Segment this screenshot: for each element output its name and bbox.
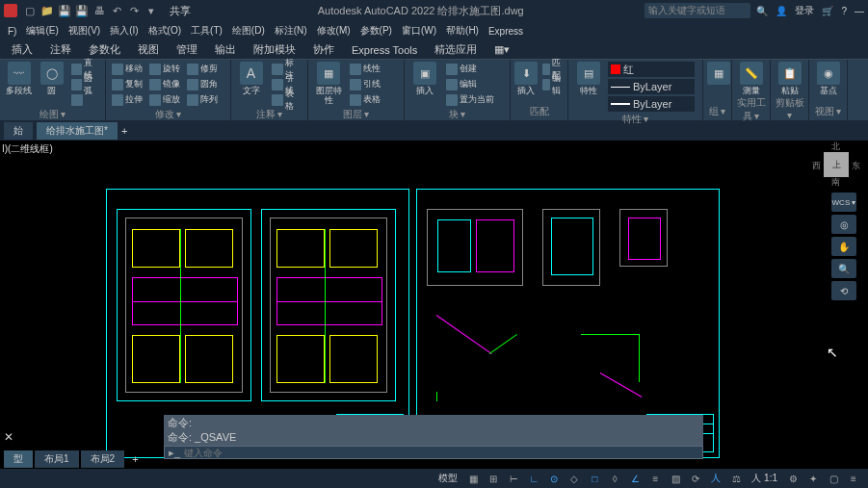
layout-1[interactable]: 布局1 xyxy=(35,450,79,468)
status-anno-icon[interactable]: 人 xyxy=(707,471,724,486)
layout-add-icon[interactable]: + xyxy=(126,451,144,467)
status-ortho-icon[interactable]: ∟ xyxy=(525,471,542,486)
color-select[interactable]: 红 xyxy=(608,62,695,77)
tab-insert[interactable]: 插入 xyxy=(4,40,40,59)
status-max-icon[interactable]: ▢ xyxy=(825,471,842,486)
layer-leader[interactable]: 引线 xyxy=(348,77,382,91)
linetype-select[interactable]: ByLayer xyxy=(608,79,695,94)
block-edit[interactable]: 编辑 xyxy=(444,77,496,91)
share-button[interactable]: 共享 xyxy=(164,4,197,18)
tab-annotate[interactable]: 注释 xyxy=(42,40,79,59)
menu-dim[interactable]: 标注(N) xyxy=(271,24,311,38)
status-model[interactable]: 模型 xyxy=(434,472,461,485)
menu-format[interactable]: 格式(O) xyxy=(145,24,185,38)
table-button[interactable]: 表格 xyxy=(270,92,303,107)
scale-button[interactable]: 缩放 xyxy=(147,92,182,107)
layer-linear[interactable]: 线性 xyxy=(348,62,382,76)
panel-match-label[interactable]: 匹配 xyxy=(514,104,564,118)
prop-edit2[interactable]: 编辑 xyxy=(540,77,566,91)
status-gear-icon[interactable]: ⚙ xyxy=(784,471,802,486)
circle-button[interactable]: ◯圆 xyxy=(37,62,66,95)
rotate-button[interactable]: 旋转 xyxy=(147,62,182,76)
filetab-drawing[interactable]: 给排水施工图* xyxy=(37,122,118,140)
qat-saveas-icon[interactable]: 💾 xyxy=(75,4,89,17)
menu-edit[interactable]: 编辑(E) xyxy=(22,24,62,38)
menu-insert[interactable]: 插入(I) xyxy=(106,24,142,38)
wcs-button[interactable]: WCS ▾ xyxy=(831,193,856,212)
panel-layers-label[interactable]: 图层 ▾ xyxy=(312,107,400,121)
trim-button[interactable]: 修剪 xyxy=(185,62,220,76)
panel-draw-label[interactable]: 绘图 ▾ xyxy=(4,107,101,121)
qat-undo-icon[interactable]: ↶ xyxy=(110,4,123,17)
search-icon[interactable]: 🔍 xyxy=(756,6,768,16)
qat-dropdown-icon[interactable]: ▾ xyxy=(145,4,158,17)
layout-model[interactable]: 型 xyxy=(4,450,33,468)
status-3dosnap-icon[interactable]: ◊ xyxy=(606,471,623,486)
status-grid-icon[interactable]: ▦ xyxy=(464,471,482,486)
status-cycle-icon[interactable]: ⟳ xyxy=(687,471,704,486)
fillet-button[interactable]: 圆角 xyxy=(185,77,220,91)
tab-collab[interactable]: 协作 xyxy=(305,40,342,59)
insert-button[interactable]: ⬇插入 xyxy=(514,62,538,95)
array-button[interactable]: 阵列 xyxy=(185,92,220,107)
stretch-button[interactable]: 拉伸 xyxy=(110,92,145,107)
menu-express[interactable]: Express xyxy=(485,26,527,37)
filetab-add-icon[interactable]: + xyxy=(121,125,127,137)
cart-icon[interactable]: 🛒 xyxy=(822,6,833,16)
tab-manage[interactable]: 管理 xyxy=(169,40,205,59)
arc-button[interactable]: 圆弧 xyxy=(69,77,101,91)
blockinsert-button[interactable]: ▣插入 xyxy=(408,62,441,95)
qat-plot-icon[interactable]: 🖶 xyxy=(92,4,106,17)
layerprop-button[interactable]: ▦图层特性 xyxy=(312,62,345,105)
block-create[interactable]: 创建 xyxy=(444,62,496,76)
qat-new-icon[interactable]: ▢ xyxy=(23,4,37,17)
help-icon[interactable]: ? xyxy=(841,6,847,16)
lineweight-select[interactable]: ByLayer xyxy=(608,96,695,112)
tab-featured[interactable]: 精选应用 xyxy=(427,40,485,59)
status-lwt-icon[interactable]: ≡ xyxy=(646,471,664,486)
measure-button[interactable]: 📏测量 xyxy=(736,62,766,95)
filetab-start[interactable]: 始 xyxy=(4,122,33,140)
block-current[interactable]: 置为当前 xyxy=(444,92,496,107)
status-iso-icon[interactable]: ◇ xyxy=(566,471,583,486)
qat-open-icon[interactable]: 📁 xyxy=(40,4,54,17)
panel-group-label[interactable]: 组 ▾ xyxy=(707,104,727,118)
panel-view-label[interactable]: 视图 ▾ xyxy=(813,104,843,118)
layout-2[interactable]: 布局2 xyxy=(81,450,125,468)
menu-tools[interactable]: 工具(T) xyxy=(187,24,226,38)
properties-button[interactable]: ▤特性 xyxy=(572,62,605,95)
tab-more-icon[interactable]: ▦▾ xyxy=(487,41,517,58)
tab-output[interactable]: 输出 xyxy=(207,40,244,59)
mirror-button[interactable]: 镜像 xyxy=(147,77,182,91)
view-cube[interactable]: 北 南 西 东 上 xyxy=(816,144,856,185)
status-trans-icon[interactable]: ▨ xyxy=(667,471,684,486)
status-infer-icon[interactable]: ⊢ xyxy=(505,471,522,486)
login-button[interactable]: 登录 xyxy=(795,4,814,17)
tab-express[interactable]: Express Tools xyxy=(344,42,425,58)
panel-prop-label[interactable]: 特性 ▾ xyxy=(572,112,698,126)
panel-annot-label[interactable]: 注释 ▾ xyxy=(235,107,303,121)
base-button[interactable]: ◉基点 xyxy=(813,62,843,95)
layer-table[interactable]: 表格 xyxy=(348,92,382,107)
panel-block-label[interactable]: 块 ▾ xyxy=(408,107,506,121)
status-otrack-icon[interactable]: ∠ xyxy=(626,471,644,486)
panel-modify-label[interactable]: 修改 ▾ xyxy=(110,107,226,121)
viewport-label[interactable]: I)(二维线框) xyxy=(2,142,53,156)
cmdline-close-icon[interactable]: ✕ xyxy=(4,430,13,444)
status-snap-icon[interactable]: ⊞ xyxy=(485,471,502,486)
minimize-icon[interactable]: — xyxy=(855,6,864,16)
menu-modify[interactable]: 修改(M) xyxy=(313,24,355,38)
hatch-icon[interactable] xyxy=(69,92,101,107)
command-input[interactable] xyxy=(184,448,698,458)
move-button[interactable]: 移动 xyxy=(110,62,145,76)
polyline-button[interactable]: 〰多段线 xyxy=(4,62,34,95)
status-anno-scale[interactable]: 人 1:1 xyxy=(748,472,781,485)
group-button[interactable]: ▦ xyxy=(707,62,730,85)
menu-draw[interactable]: 绘图(D) xyxy=(228,24,269,38)
menu-file[interactable]: F) xyxy=(4,26,20,37)
status-polar-icon[interactable]: ⊙ xyxy=(545,471,563,486)
nav-zoom-icon[interactable]: 🔍 xyxy=(831,259,856,278)
text-button[interactable]: A文字 xyxy=(235,62,267,95)
qat-redo-icon[interactable]: ↷ xyxy=(127,4,141,17)
qat-save-icon[interactable]: 💾 xyxy=(58,4,71,17)
